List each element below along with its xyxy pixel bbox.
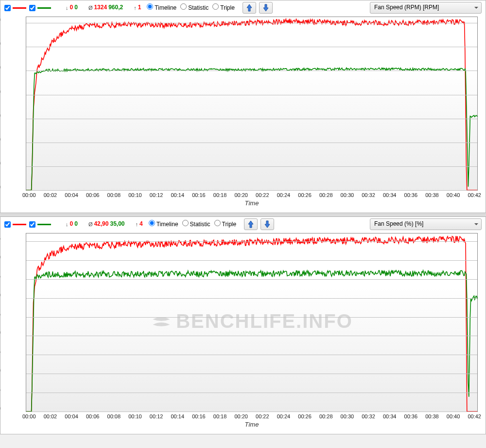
y-tick-label: 800 bbox=[0, 89, 0, 96]
y-tick-label: 15 bbox=[0, 349, 0, 357]
checkbox-green[interactable] bbox=[29, 221, 35, 228]
x-tick-label: 00:20 bbox=[234, 192, 248, 198]
x-tick-label: 00:12 bbox=[150, 192, 163, 198]
y-tick-label: 400 bbox=[0, 136, 0, 144]
x-tick-label: 00:28 bbox=[319, 413, 333, 420]
x-tick-label: 00:36 bbox=[404, 192, 418, 198]
x-tick-label: 00:42 bbox=[468, 192, 481, 198]
x-tick-label: 00:14 bbox=[171, 413, 184, 420]
radio-triple[interactable]: Triple bbox=[209, 3, 235, 12]
x-tick-label: 00:04 bbox=[65, 192, 78, 198]
radio-triple[interactable]: Triple bbox=[211, 220, 237, 229]
stat-avg-green: 960,2 bbox=[108, 4, 123, 12]
x-tick-label: 00:20 bbox=[234, 413, 248, 420]
x-tick-labels-rpm: 00:0000:0200:0400:0600:0800:1000:1200:14… bbox=[22, 191, 481, 198]
radio-statistic[interactable]: Statistic bbox=[177, 3, 208, 12]
series-toggle-red[interactable] bbox=[4, 5, 26, 11]
y-tick-label: 1000 bbox=[0, 65, 0, 72]
x-tick-label: 00:24 bbox=[277, 192, 291, 198]
x-tick-label: 00:26 bbox=[298, 192, 312, 198]
y-tick-label: 45 bbox=[0, 235, 0, 243]
y-tick-label: 10 bbox=[0, 368, 0, 376]
stat-min-green: 0 bbox=[74, 220, 78, 228]
x-tick-label: 00:08 bbox=[107, 413, 121, 420]
swatch-red bbox=[13, 7, 26, 9]
x-tick-label: 00:26 bbox=[298, 413, 312, 420]
metric-dropdown-label: Fan Speed (RPM) [RPM] bbox=[374, 4, 439, 12]
x-tick-label: 00:40 bbox=[447, 192, 460, 198]
metric-dropdown[interactable]: Fan Speed (%) [%] bbox=[370, 218, 482, 230]
x-tick-label: 00:14 bbox=[171, 192, 184, 198]
y-tick-label: 200 bbox=[0, 160, 0, 168]
y-tick-label: 20 bbox=[0, 330, 0, 338]
arrow-down-icon: ↓ bbox=[66, 221, 69, 228]
arrow-up-icon: ↑ bbox=[136, 221, 139, 228]
series-toggle-red[interactable] bbox=[4, 221, 26, 228]
view-mode-radios: Timeline Statistic Triple bbox=[144, 3, 234, 12]
chart-rpm: 00:0000:0200:0400:0600:0800:1000:1200:14… bbox=[2, 15, 484, 209]
x-tick-label: 00:08 bbox=[107, 192, 121, 198]
series-toggle-green[interactable] bbox=[29, 5, 51, 11]
y-tick-label: 600 bbox=[0, 112, 0, 120]
stat-min-red: 0 bbox=[70, 220, 73, 228]
stat-max: ↑ 4 bbox=[136, 220, 143, 228]
arrow-down-blue-icon bbox=[264, 220, 270, 228]
metric-dropdown-label: Fan Speed (%) [%] bbox=[374, 220, 423, 228]
move-down-button[interactable] bbox=[259, 2, 273, 14]
x-tick-label: 00:34 bbox=[383, 192, 397, 198]
x-tick-label: 00:02 bbox=[44, 192, 57, 198]
y-tick-label: 0 bbox=[0, 405, 0, 413]
x-tick-label: 00:16 bbox=[192, 413, 206, 420]
average-icon: Ø bbox=[88, 4, 93, 11]
x-tick-label: 00:06 bbox=[86, 413, 100, 420]
x-tick-label: 00:34 bbox=[383, 413, 397, 420]
x-axis-title-percent: Time bbox=[26, 420, 478, 429]
checkbox-red[interactable] bbox=[4, 5, 11, 11]
plot-area-percent[interactable]: BENCHLIFE.INFO bbox=[26, 233, 478, 412]
stat-avg: Ø 1324 960,2 bbox=[88, 4, 123, 12]
x-tick-label: 00:40 bbox=[447, 413, 460, 420]
y-tick-label: 0 bbox=[0, 184, 0, 192]
average-icon: Ø bbox=[88, 221, 93, 228]
move-up-button[interactable] bbox=[244, 218, 258, 230]
stat-min: ↓ 0 0 bbox=[66, 220, 78, 228]
radio-timeline[interactable]: Timeline bbox=[144, 3, 176, 12]
stat-max-red: 4 bbox=[139, 220, 143, 228]
radio-timeline[interactable]: Timeline bbox=[146, 220, 178, 229]
checkbox-red[interactable] bbox=[4, 221, 11, 228]
x-tick-label: 00:18 bbox=[213, 413, 227, 420]
series-toggle-green[interactable] bbox=[29, 221, 51, 228]
stat-avg: Ø 42,90 35,00 bbox=[88, 220, 125, 228]
x-tick-label: 00:30 bbox=[341, 192, 354, 198]
y-tick-label: 1400 bbox=[0, 17, 0, 24]
swatch-green bbox=[37, 224, 51, 225]
arrow-down-blue-icon bbox=[263, 4, 269, 12]
stat-max: ↑ 1 bbox=[134, 4, 141, 12]
radio-statistic[interactable]: Statistic bbox=[179, 220, 210, 229]
x-tick-label: 00:02 bbox=[44, 413, 57, 420]
x-tick-label: 00:00 bbox=[22, 192, 36, 198]
view-mode-radios: Timeline Statistic Triple bbox=[146, 220, 236, 229]
panel-rpm: ↓ 0 0 Ø 1324 960,2 ↑ 1 Timeline Statisti… bbox=[0, 0, 486, 213]
x-tick-label: 00:38 bbox=[425, 192, 439, 198]
stat-avg-red: 1324 bbox=[94, 4, 107, 12]
move-up-button[interactable] bbox=[243, 2, 256, 14]
x-tick-label: 00:42 bbox=[468, 413, 481, 420]
metric-dropdown[interactable]: Fan Speed (RPM) [RPM] bbox=[370, 2, 482, 14]
x-tick-label: 00:04 bbox=[65, 413, 78, 420]
arrow-down-icon: ↓ bbox=[66, 4, 69, 11]
x-tick-label: 00:32 bbox=[362, 192, 375, 198]
stat-min: ↓ 0 0 bbox=[66, 4, 78, 12]
stat-min-green: 0 bbox=[74, 4, 78, 12]
checkbox-green[interactable] bbox=[29, 5, 35, 11]
x-tick-label: 00:18 bbox=[213, 192, 227, 198]
move-down-button[interactable] bbox=[260, 218, 274, 230]
panel-percent: ↓ 0 0 Ø 42,90 35,00 ↑ 4 Timeline Statist… bbox=[0, 216, 486, 434]
chart-percent: BENCHLIFE.INFO 00:0000:0200:0400:0600:08… bbox=[2, 231, 484, 430]
y-tick-label: 40 bbox=[0, 254, 0, 262]
stat-min-red: 0 bbox=[70, 4, 73, 12]
x-tick-label: 00:36 bbox=[404, 413, 418, 420]
arrow-up-blue-icon bbox=[248, 220, 254, 228]
plot-area-rpm[interactable] bbox=[26, 17, 478, 191]
x-tick-label: 00:22 bbox=[256, 192, 269, 198]
